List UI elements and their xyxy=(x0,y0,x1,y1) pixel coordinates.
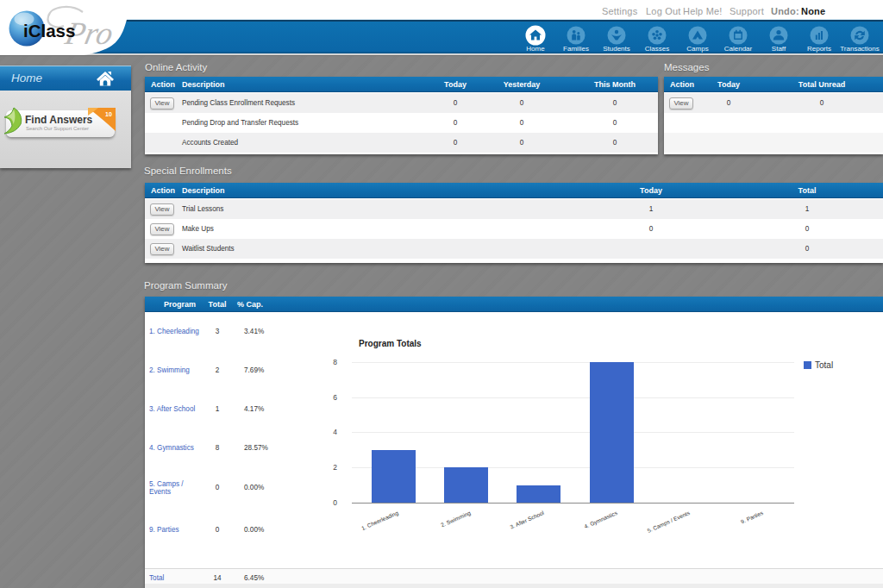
svg-text:10: 10 xyxy=(105,111,112,117)
svg-text:iClass: iClass xyxy=(23,21,75,41)
